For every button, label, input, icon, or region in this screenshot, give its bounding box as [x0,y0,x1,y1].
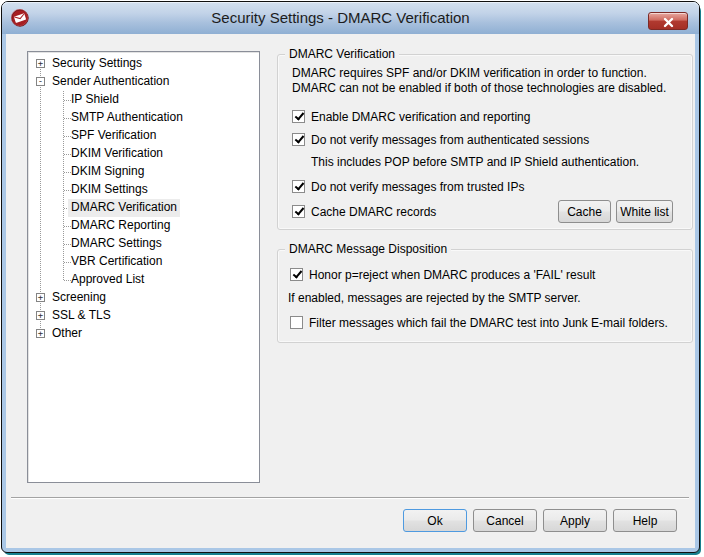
close-icon [649,17,687,28]
settings-tree: + Security Settings - Sender Authenticat… [27,51,260,483]
dmarc-description: DMARC requires SPF and/or DKIM verificat… [292,66,684,96]
footer-separator [11,497,689,499]
dialog-window: Security Settings - DMARC Verification +… [1,1,700,553]
tree-item-ip-shield[interactable]: IP Shield [28,91,257,109]
no-verify-authenticated-checkbox[interactable] [292,133,305,146]
tree-item-dmarc-verification[interactable]: DMARC Verification [28,199,257,217]
white-list-button[interactable]: White list [616,200,673,223]
no-verify-trusted-checkbox[interactable] [292,180,305,193]
window-title: Security Settings - DMARC Verification [42,2,639,34]
tree-item-ssl-tls[interactable]: + SSL & TLS [28,307,257,325]
cache-button[interactable]: Cache [558,200,611,223]
group-title: DMARC Message Disposition [285,242,451,256]
expander-icon[interactable]: + [36,329,45,338]
tree-item-dkim-verification[interactable]: DKIM Verification [28,145,257,163]
tree-item-dkim-settings[interactable]: DKIM Settings [28,181,257,199]
tree-item-dmarc-reporting[interactable]: DMARC Reporting [28,217,257,235]
preject-note: If enabled, messages are rejected by the… [288,291,581,305]
filter-junk-checkbox[interactable] [290,316,303,329]
expander-icon[interactable]: - [36,77,45,86]
group-dmarc-message-disposition: DMARC Message Disposition Honor p=reject… [277,249,693,343]
enable-dmarc-checkbox[interactable] [292,110,305,123]
cancel-button[interactable]: Cancel [473,509,537,532]
honor-preject-checkbox[interactable] [290,268,303,281]
tree-item-smtp-authentication[interactable]: SMTP Authentication [28,109,257,127]
tree-item-dkim-signing[interactable]: DKIM Signing [28,163,257,181]
close-button[interactable] [648,12,688,30]
group-title: DMARC Verification [285,47,399,61]
tree-item-sender-authentication[interactable]: - Sender Authentication [28,73,257,91]
apply-button[interactable]: Apply [543,509,607,532]
tree-item-vbr-certification[interactable]: VBR Certification [28,253,257,271]
authenticated-note: This includes POP before SMTP and IP Shi… [311,155,639,169]
help-button[interactable]: Help [613,509,677,532]
tree-item-approved-list[interactable]: Approved List [28,271,257,289]
tree-item-other[interactable]: + Other [28,325,257,343]
tree-item-screening[interactable]: + Screening [28,289,257,307]
expander-icon[interactable]: + [36,311,45,320]
tree-item-spf-verification[interactable]: SPF Verification [28,127,257,145]
expander-icon[interactable]: + [36,293,45,302]
mdaemon-logo-icon [11,9,29,27]
dialog-body: + Security Settings - Sender Authenticat… [6,34,695,548]
titlebar[interactable]: Security Settings - DMARC Verification [2,2,699,34]
group-dmarc-verification: DMARC Verification DMARC requires SPF an… [277,54,693,230]
tree-item-security-settings[interactable]: + Security Settings [28,55,257,73]
expander-icon[interactable]: + [36,59,45,68]
ok-button[interactable]: Ok [403,509,467,532]
tree-item-dmarc-settings[interactable]: DMARC Settings [28,235,257,253]
cache-records-checkbox[interactable] [292,205,305,218]
